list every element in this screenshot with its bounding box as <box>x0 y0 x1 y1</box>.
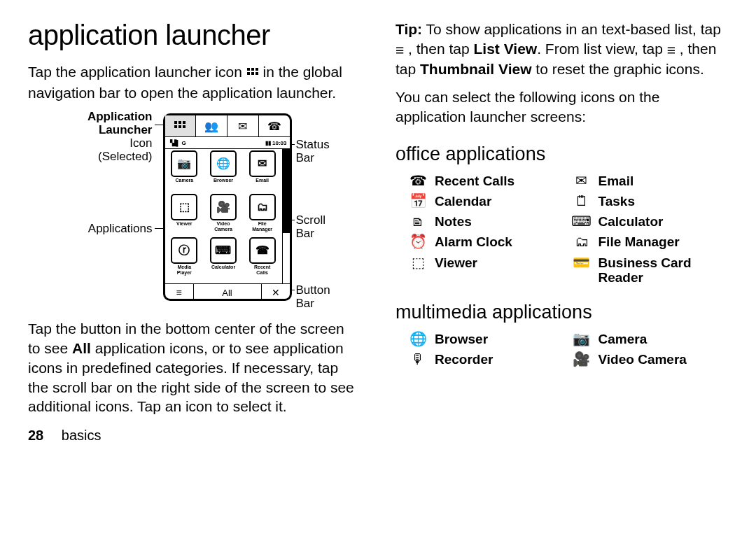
status-bar: ▝▟▌ G ▮▮ 10:03 <box>165 137 290 149</box>
nav-launcher[interactable] <box>165 115 197 136</box>
office-list: ☎Recent Calls✉Email📅Calendar🗒Tasks🗈Notes… <box>405 174 728 285</box>
page-footer: 28 basics <box>28 428 360 444</box>
office-heading: office applications <box>396 143 728 165</box>
callout-scroll: Scroll Bar <box>296 214 345 240</box>
svg-rect-3 <box>247 72 250 75</box>
app-icon: 📷 <box>171 150 197 177</box>
app-label: Media Player <box>177 265 192 275</box>
select-paragraph: You can select the following icons on th… <box>396 87 728 126</box>
list-item-label: Calendar <box>435 194 565 209</box>
app-icon: ⌨ <box>210 237 237 264</box>
page-number: 28 <box>28 428 43 443</box>
battery-time: ▮▮ 10:03 <box>265 140 287 146</box>
list-item-label: Recorder <box>435 352 565 367</box>
section-label: basics <box>62 428 102 443</box>
app-calculator[interactable]: ⌨Calculator <box>204 237 243 281</box>
business-card-reader-icon: 💳 <box>569 255 594 269</box>
app-media-player[interactable]: ⓡMedia Player <box>165 237 204 281</box>
app-label: Camera <box>175 178 193 183</box>
calendar-icon: 📅 <box>405 194 430 208</box>
apps-grid: 📷Camera🌐Browser✉Email⬚Viewer🎥Video Camer… <box>165 149 282 283</box>
svg-rect-10 <box>178 125 181 128</box>
app-icon: 🌐 <box>210 150 237 177</box>
video-camera-icon: 🎥 <box>569 352 594 366</box>
recorder-icon: 🎙 <box>405 352 430 366</box>
svg-rect-1 <box>251 68 254 71</box>
app-email[interactable]: ✉Email <box>243 150 282 194</box>
notes-icon: 🗈 <box>405 214 430 228</box>
list-item-label: Tasks <box>598 194 729 209</box>
list-item-label: Viewer <box>435 255 565 270</box>
callout-launcher: Application Launcher Icon (Selected) <box>44 111 153 163</box>
svg-rect-11 <box>183 125 186 128</box>
callout-buttonbar: Button Bar <box>296 284 345 310</box>
app-recent-calls[interactable]: ☎Recent Calls <box>243 237 282 281</box>
list-item-label: File Manager <box>598 234 729 249</box>
svg-rect-2 <box>255 68 258 71</box>
right-column: Tip: To show applications in an text-bas… <box>396 20 728 444</box>
body-paragraph: Tap the button in the bottom center of t… <box>28 319 360 416</box>
browser-icon: 🌐 <box>405 332 430 346</box>
tip-paragraph: Tip: To show applications in an text-bas… <box>396 20 728 79</box>
nav-row: 👥 ✉ ☎ <box>165 115 290 137</box>
signal-indicator: ▝▟▌ G <box>168 140 186 146</box>
app-icon: ⬚ <box>171 194 197 220</box>
app-label: Video Camera <box>214 221 232 232</box>
svg-rect-6 <box>174 121 177 124</box>
intro-paragraph: Tap the application launcher icon in the… <box>28 62 360 102</box>
list-item-label: Business Card Reader <box>598 255 729 285</box>
app-label: Calculator <box>211 265 235 269</box>
phone-diagram: Application Launcher Icon (Selected) App… <box>44 111 345 306</box>
svg-rect-5 <box>255 72 258 75</box>
app-viewer[interactable]: ⬚Viewer <box>165 194 204 237</box>
app-label: Browser <box>214 178 233 183</box>
app-video-camera[interactable]: 🎥Video Camera <box>204 194 243 237</box>
intro-text-a: Tap the application launcher icon <box>28 64 246 80</box>
button-bar: ≡ All ✕ <box>165 283 290 301</box>
app-camera[interactable]: 📷Camera <box>165 150 204 194</box>
nav-messages[interactable]: ✉ <box>227 115 259 136</box>
app-icon: ☎ <box>249 237 276 264</box>
list-item-label: Notes <box>435 214 565 229</box>
grid-icon <box>246 64 259 83</box>
app-file-manager[interactable]: 🗂File Manager <box>243 194 282 237</box>
list-item-label: Recent Calls <box>435 174 565 188</box>
list-item-label: Browser <box>435 332 565 346</box>
list-item-label: Email <box>598 174 729 188</box>
svg-rect-7 <box>178 121 181 124</box>
svg-rect-8 <box>183 121 186 124</box>
list-item-label: Calculator <box>598 214 729 229</box>
app-icon: ⓡ <box>171 237 197 264</box>
calculator-icon: ⌨ <box>569 214 594 228</box>
nav-phone[interactable]: ☎ <box>259 115 290 136</box>
svg-rect-0 <box>247 68 250 71</box>
list-item-label: Camera <box>598 332 729 346</box>
recent-calls-icon: ☎ <box>405 174 430 188</box>
list-item-label: Video Camera <box>598 352 729 367</box>
multimedia-list: 🌐Browser📷Camera🎙Recorder🎥Video Camera <box>405 332 728 367</box>
app-label: File Manager <box>252 221 272 232</box>
app-label: Viewer <box>176 221 192 226</box>
close-button[interactable]: ✕ <box>262 284 290 301</box>
app-icon: 🗂 <box>249 194 276 220</box>
email-icon: ✉ <box>569 174 594 188</box>
app-browser[interactable]: 🌐Browser <box>204 150 243 194</box>
page-title: application launcher <box>28 20 360 51</box>
viewer-icon: ⬚ <box>405 255 430 269</box>
nav-contacts[interactable]: 👥 <box>196 115 227 136</box>
list-item-label: Alarm Clock <box>435 234 565 249</box>
tasks-icon: 🗒 <box>569 194 594 208</box>
svg-rect-4 <box>251 72 254 75</box>
left-column: application launcher Tap the application… <box>28 20 360 444</box>
menu-icon: ≡ <box>396 41 404 60</box>
all-button[interactable]: All <box>194 284 262 301</box>
app-icon: 🎥 <box>210 194 237 220</box>
phone-frame: 👥 ✉ ☎ ▝▟▌ G ▮▮ 10:03 📷Camera🌐Browser✉Ema… <box>163 113 292 301</box>
menu-button[interactable]: ≡ <box>165 284 194 301</box>
scroll-bar[interactable] <box>282 149 290 283</box>
callout-apps: Applications <box>44 223 153 236</box>
camera-icon: 📷 <box>569 332 594 346</box>
alarm-clock-icon: ⏰ <box>405 234 430 248</box>
app-label: Email <box>255 178 269 183</box>
svg-rect-9 <box>174 125 177 128</box>
